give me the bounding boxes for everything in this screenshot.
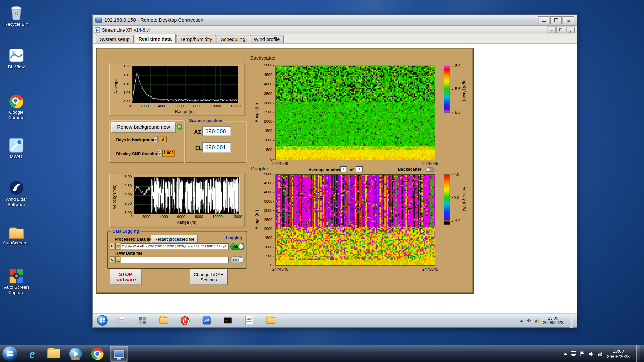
- desktop-icon-wind-lidar[interactable]: Wind Lidar Software: [1, 178, 32, 207]
- taskbar-internet-explorer[interactable]: [23, 346, 41, 362]
- remote-taskbar-folder-2[interactable]: [265, 315, 276, 326]
- desktop-icon-bl-view[interactable]: BL-View: [1, 46, 32, 70]
- vi-titlebar[interactable]: StreamLine XR v14-6.vi: [93, 26, 577, 34]
- taskbar-media-player[interactable]: [66, 346, 85, 362]
- restart-processed-file-button[interactable]: Restart processed file: [151, 235, 198, 243]
- remote-taskbar-apps[interactable]: [137, 315, 148, 326]
- average-of-field[interactable]: 1: [356, 166, 363, 172]
- remote-taskbar-printer[interactable]: [116, 315, 126, 326]
- tick-label: 4000: [264, 191, 274, 194]
- remote-taskbar-console[interactable]: [223, 315, 233, 326]
- backscatter-toggle[interactable]: [426, 168, 435, 172]
- close-button[interactable]: [563, 16, 574, 24]
- rdp-tray-icon[interactable]: [571, 351, 576, 356]
- printer-icon: [117, 318, 125, 323]
- raw-browse-icon[interactable]: [115, 256, 120, 263]
- tick-label: 6000: [175, 104, 184, 108]
- taskbar-clock[interactable]: 13:00 26/08/2023: [607, 348, 630, 359]
- tick-label: 0: [270, 263, 274, 267]
- vi-content: A-scope 1.201.151.101.050.99 02000400060…: [93, 44, 577, 313]
- desktop-icon-autoscreen[interactable]: AutoScreen...: [1, 222, 32, 245]
- remote-show-desktop-button[interactable]: [570, 313, 573, 328]
- rays-value-field[interactable]: 8: [159, 137, 167, 142]
- el-label: EL: [195, 145, 202, 151]
- desktop-icon-auto-screen-capture[interactable]: Auto Screen Capture: [1, 266, 32, 295]
- doppler-x-end: 2475045: [422, 267, 438, 272]
- renew-background-button[interactable]: Renew background now: [111, 122, 176, 132]
- ascope-x-axis-label: Range (m): [132, 109, 237, 114]
- minimize-button[interactable]: [538, 16, 549, 24]
- action-center-flag-icon[interactable]: [580, 351, 585, 356]
- rdp-titlebar[interactable]: 192.168.0.150 - Remote Desktop Connectio…: [93, 15, 577, 26]
- tick-label: 4000: [158, 104, 166, 108]
- rays-spinner[interactable]: ▲▼: [154, 136, 158, 142]
- network-icon[interactable]: [534, 318, 540, 323]
- remote-taskbar-xp[interactable]: XP: [201, 315, 212, 326]
- stop-button-line1: STOP: [119, 272, 132, 277]
- hidden-icons-arrow[interactable]: [564, 353, 567, 355]
- tick-label: 4000: [160, 215, 168, 219]
- remote-clock-date: 26/08/2023: [543, 320, 564, 325]
- processed-browse-icon[interactable]: [115, 243, 120, 250]
- taskbar-remote-desktop[interactable]: [110, 346, 128, 362]
- backscatter-title: Backscatter: [250, 55, 276, 61]
- desktop-icon-recycle-bin[interactable]: Recycle Bin: [1, 3, 32, 27]
- average-number-field[interactable]: 1: [340, 166, 347, 172]
- remote-start-button[interactable]: [97, 315, 108, 326]
- remote-taskbar-power[interactable]: [180, 315, 190, 326]
- az-value-display[interactable]: 090.000: [202, 126, 231, 136]
- el-value-display[interactable]: 090.001: [202, 142, 231, 152]
- rdp-icon: [114, 350, 124, 358]
- tick-label: 2000: [264, 120, 274, 124]
- vi-close-button[interactable]: [566, 27, 575, 33]
- show-desktop-button[interactable]: [636, 345, 640, 362]
- desktop-icon-google-chrome[interactable]: Google Chrome: [1, 91, 32, 120]
- taskbar-explorer[interactable]: [45, 346, 63, 362]
- tab-scheduling[interactable]: Scheduling: [217, 35, 249, 43]
- snr-value-field[interactable]: 1.002: [162, 150, 175, 156]
- stop-software-button[interactable]: STOP software: [110, 269, 142, 285]
- tick-label: 8000: [193, 104, 202, 108]
- raw-data-file-label: RAW Data file: [115, 251, 142, 255]
- tick-label: -4.0: [452, 219, 460, 223]
- processed-logging-toggle[interactable]: ON: [230, 243, 245, 250]
- tab-system-setup[interactable]: System setup: [96, 35, 134, 43]
- remote-clock[interactable]: 13:00 26/08/2023: [543, 316, 564, 325]
- tab-wind-profile[interactable]: Wind profile: [250, 35, 284, 43]
- backscatter-heatmap: [276, 66, 435, 160]
- processed-drive-box[interactable]: C: [110, 243, 115, 250]
- tab-real-time-data[interactable]: Real time data: [134, 34, 176, 43]
- volume-icon[interactable]: [589, 351, 594, 356]
- remote-hidden-icons-arrow[interactable]: [520, 319, 523, 321]
- tick-label: 3000: [264, 209, 274, 213]
- tick-label: 2500: [264, 218, 274, 222]
- tick-label: 2000: [142, 215, 150, 219]
- remote-taskbar-scan-sched[interactable]: Scan sched: [244, 315, 254, 326]
- remote-taskbar-folder[interactable]: [159, 315, 169, 326]
- of-label: of: [350, 168, 354, 172]
- network-icon[interactable]: [598, 351, 603, 356]
- tick-label: 4500: [264, 181, 274, 185]
- doppler-y-ticks: 5000450040003500300025002000150010005000: [261, 172, 274, 267]
- processed-path-field[interactable]: C:\Lidar\Data\Proc\2023\202308\20230826\…: [121, 243, 229, 250]
- vi-minimize-button[interactable]: [547, 27, 556, 33]
- taskbar-chrome[interactable]: [88, 346, 106, 362]
- vi-restore-button[interactable]: [556, 27, 565, 33]
- start-button[interactable]: [2, 346, 17, 361]
- chrome-icon: [9, 95, 23, 109]
- tab-temp-humidity[interactable]: Temp/humidity: [176, 35, 216, 43]
- desktop-icon-label: MW41: [1, 154, 32, 159]
- snr-spinner[interactable]: ▲▼: [157, 150, 161, 156]
- raw-logging-toggle[interactable]: OFF: [230, 256, 245, 263]
- remote-desktop-icon: [95, 17, 102, 23]
- background-led-indicator: [177, 124, 182, 130]
- volume-icon[interactable]: [526, 318, 531, 323]
- tick-label: 2500: [264, 111, 274, 114]
- maximize-button[interactable]: [550, 16, 562, 24]
- raw-drive-box[interactable]: C: [110, 256, 115, 263]
- desktop-icon-mw41[interactable]: MW41: [1, 135, 32, 159]
- backscatter-colorbar-label: log B [/m/sr]: [462, 66, 467, 114]
- console-icon: [224, 317, 232, 324]
- raw-path-field[interactable]: [121, 257, 229, 264]
- change-lidar-settings-button[interactable]: Change LiDAR Settings: [190, 269, 228, 285]
